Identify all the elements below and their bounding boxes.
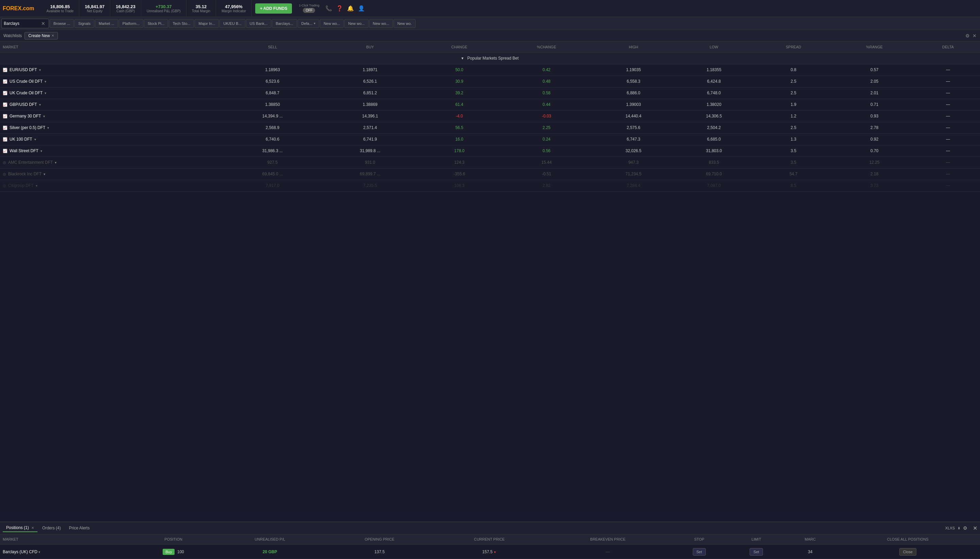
sell-price[interactable]: 14,394.9 ... — [224, 110, 322, 122]
market-chart-icon: 📈 — [3, 79, 8, 84]
watchlists-bar: Watchlists Create New ✕ ⚙ ✕ — [0, 30, 980, 41]
pnl-val: +730.37 — [155, 4, 172, 9]
table-row: ◎ Citigroup DFT ▾ 7,917.0 7,235.5 108.3 … — [0, 180, 980, 191]
sell-price[interactable]: 6,740.6 — [224, 134, 322, 145]
buy-price[interactable]: 6,526.1 — [321, 76, 419, 87]
market-dropdown-icon[interactable]: ▾ — [44, 172, 45, 176]
tab-defa-close[interactable]: ▾ — [314, 22, 315, 25]
tab-newwo-1[interactable]: New wo... — [320, 19, 344, 28]
stat-pnl: +730.37 Unrealised P&L (GBP) — [141, 0, 186, 17]
search-clear-icon[interactable]: ✕ — [41, 21, 45, 26]
delta-val: — — [916, 180, 980, 191]
tab-signals[interactable]: Signals — [74, 19, 94, 28]
market-dropdown-icon[interactable]: ▾ — [39, 68, 41, 72]
phone-icon[interactable]: 📞 — [325, 5, 332, 12]
pct-change-val: 15.44 — [500, 157, 594, 168]
sell-price[interactable]: 2,568.9 — [224, 122, 322, 134]
market-name: EUR/USD DFT — [10, 68, 37, 72]
pct-change-val: 0.44 — [500, 99, 594, 110]
market-name: UK 100 DFT — [10, 137, 32, 142]
tab-newwo-2[interactable]: New wo... — [344, 19, 368, 28]
market-dropdown-icon[interactable]: ▾ — [43, 114, 45, 118]
market-name: Wall Street DFT — [10, 149, 38, 153]
sell-price[interactable]: 69,845.0 ... — [224, 168, 322, 180]
search-input[interactable] — [4, 21, 41, 26]
trading-toggle-state[interactable]: OFF — [303, 8, 315, 13]
watchlists-close-icon[interactable]: ✕ — [972, 33, 977, 38]
buy-price[interactable]: 1.18971 — [321, 64, 419, 76]
table-row: 📈 GBP/USD DFT ▾ 1.38850 1.38869 61.4 0.4… — [0, 99, 980, 110]
pct-change-val: -0.03 — [500, 110, 594, 122]
market-dropdown-icon[interactable]: ▾ — [55, 161, 56, 164]
sell-price[interactable]: 31,986.3 ... — [224, 145, 322, 157]
buy-price[interactable]: 6,851.2 — [321, 87, 419, 99]
change-val: 108.3 — [419, 180, 500, 191]
change-val: 56.5 — [419, 122, 500, 134]
notification-icon[interactable]: 🔔 — [347, 5, 354, 12]
market-name-cell: 📈 Germany 30 DFT ▾ — [0, 110, 224, 122]
cash-lbl: Cash (GBP) — [116, 9, 135, 13]
market-dropdown-icon[interactable]: ▾ — [45, 91, 46, 95]
change-val: 124.3 — [419, 157, 500, 168]
stat-margin-indicator: 47,956% Margin Indicator — [216, 0, 252, 17]
spread-val: 54.7 — [754, 168, 833, 180]
buy-price[interactable]: 69,899.7 ... — [321, 168, 419, 180]
market-dropdown-icon[interactable]: ▾ — [47, 126, 49, 130]
search-box[interactable]: ✕ — [2, 19, 49, 28]
col-sell: SELL — [224, 41, 322, 53]
tab-newwo-4[interactable]: New wo. — [394, 19, 416, 28]
market-chart-icon: 📈 — [3, 68, 8, 72]
watchlists-gear-icon[interactable]: ⚙ — [965, 33, 970, 38]
add-funds-button[interactable]: + ADD FUNDS — [255, 3, 292, 13]
table-header-row: MARKET SELL BUY CHANGE %CHANGE HIGH LOW … — [0, 41, 980, 53]
buy-price[interactable]: 14,396.1 — [321, 110, 419, 122]
tab-tech-sto[interactable]: Tech Sto... — [169, 19, 194, 28]
buy-price[interactable]: 6,741.9 — [321, 134, 419, 145]
help-icon[interactable]: ❓ — [336, 5, 343, 12]
high-val: 71,234.5 — [593, 168, 673, 180]
market-chart-icon: 📈 — [3, 126, 8, 130]
tab-platform[interactable]: Platform... — [119, 19, 143, 28]
tab-browse[interactable]: Browse ... — [49, 19, 74, 28]
market-dropdown-icon[interactable]: ▾ — [45, 79, 46, 83]
group-collapse-icon[interactable]: ▾ — [462, 56, 464, 61]
sell-price[interactable]: 927.5 — [224, 157, 322, 168]
sell-price[interactable]: 6,523.6 — [224, 76, 322, 87]
tab-newwo-3[interactable]: New wo... — [369, 19, 393, 28]
sell-price[interactable]: 1.18963 — [224, 64, 322, 76]
buy-price[interactable]: 2,571.4 — [321, 122, 419, 134]
market-name-cell: 📈 GBP/USD DFT ▾ — [0, 99, 224, 110]
sell-price[interactable]: 7,917.0 — [224, 180, 322, 191]
user-icon[interactable]: 👤 — [358, 5, 365, 12]
sell-price[interactable]: 6,848.7 — [224, 87, 322, 99]
market-dropdown-icon[interactable]: ▾ — [36, 184, 38, 188]
pct-change-val: 2.82 — [500, 180, 594, 191]
range-val: 2.78 — [833, 122, 916, 134]
buy-price[interactable]: 7,235.5 — [321, 180, 419, 191]
tab-barclays[interactable]: Barclays... — [272, 19, 297, 28]
buy-price[interactable]: 31,989.8 ... — [321, 145, 419, 157]
pct-change-val: 0.42 — [500, 64, 594, 76]
market-name: AMC Entertainment DFT — [8, 160, 53, 165]
tab-defa[interactable]: Defa... ▾ — [298, 19, 319, 28]
tab-usbank[interactable]: US Bank... — [246, 19, 272, 28]
tab-major-in[interactable]: Major In... — [195, 19, 219, 28]
low-val: 69,710.0 — [674, 168, 754, 180]
tab-stock-pi[interactable]: Stock Pi... — [144, 19, 168, 28]
low-val: 6,748.0 — [674, 87, 754, 99]
market-dropdown-icon[interactable]: ▾ — [39, 103, 41, 107]
watchlists-label: Watchlists — [3, 33, 22, 38]
one-click-trading-toggle[interactable]: 1-Click Trading OFF — [295, 4, 323, 13]
delta-val: — — [916, 76, 980, 87]
market-dropdown-icon[interactable]: ▾ — [41, 149, 42, 153]
change-val: -4.0 — [419, 110, 500, 122]
buy-price[interactable]: 931.0 — [321, 157, 419, 168]
create-new-tab[interactable]: Create New ✕ — [25, 32, 58, 40]
buy-price[interactable]: 1.38869 — [321, 99, 419, 110]
sell-price[interactable]: 1.38850 — [224, 99, 322, 110]
market-dropdown-icon[interactable]: ▾ — [35, 137, 36, 141]
tab-ukeu[interactable]: UK/EU B... — [219, 19, 245, 28]
create-new-close[interactable]: ✕ — [51, 34, 54, 38]
delta-val: — — [916, 145, 980, 157]
tab-market[interactable]: Market ... — [95, 19, 118, 28]
